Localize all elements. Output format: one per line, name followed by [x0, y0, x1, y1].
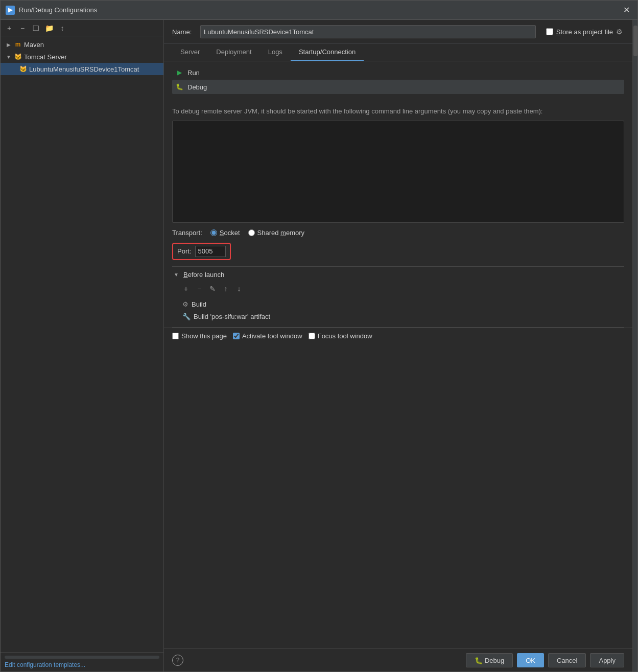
activate-tool-window-area: Activate tool window: [233, 332, 302, 340]
show-page-label: Show this page: [181, 332, 227, 340]
add-configuration-button[interactable]: +: [4, 22, 15, 34]
startup-list: ▶ Run 🐛 Debug: [164, 61, 632, 98]
before-launch-down-button[interactable]: ↓: [233, 283, 245, 294]
store-project-label[interactable]: Store as project file: [556, 28, 613, 36]
store-project-checkbox[interactable]: [546, 28, 553, 35]
bottom-bar: Show this page Activate tool window Focu…: [164, 328, 632, 344]
port-input[interactable]: [195, 246, 226, 257]
port-section: Port:: [164, 241, 632, 266]
remove-configuration-button[interactable]: −: [17, 22, 28, 34]
show-page-area: Show this page: [172, 332, 227, 340]
sidebar-scrollbar[interactable]: [5, 656, 159, 659]
before-launch-edit-button[interactable]: ✎: [207, 283, 218, 294]
port-label: Port:: [177, 247, 191, 255]
sidebar-item-maven[interactable]: ▶ m Maven: [1, 38, 163, 51]
config-item-label: LubuntuMenusifuSRSDevice1Tomcat: [29, 65, 139, 73]
maven-label: Maven: [24, 41, 44, 49]
debug-icon: 🐛: [174, 82, 184, 92]
name-row: Name: Store as project file ⚙: [164, 20, 632, 44]
socket-label: Socket: [220, 229, 240, 237]
name-input[interactable]: [200, 25, 536, 38]
debug-button[interactable]: 🐛 Debug: [466, 653, 513, 667]
dialog-footer: ? 🐛 Debug OK Cancel Apply: [164, 648, 632, 671]
right-scrollbar[interactable]: [632, 20, 637, 671]
before-launch-remove-button[interactable]: −: [194, 283, 205, 294]
tab-content-startup: ▶ Run 🐛 Debug To debug remote server JVM…: [164, 61, 632, 648]
before-launch-collapse-icon[interactable]: ▼: [172, 271, 180, 279]
shared-memory-label: Shared memory: [257, 229, 305, 237]
copy-configuration-button[interactable]: ❑: [30, 22, 41, 34]
before-launch-toolbar: + − ✎ ↑ ↓: [172, 283, 624, 294]
close-button[interactable]: ✕: [620, 4, 632, 16]
before-launch-header: ▼ Before launch: [172, 271, 624, 279]
before-launch-up-button[interactable]: ↑: [220, 283, 231, 294]
activate-label: Activate tool window: [242, 332, 302, 340]
tab-deployment[interactable]: Deployment: [208, 44, 259, 61]
artifact-icon: 🔧: [182, 313, 191, 320]
build-label: Build: [192, 300, 206, 308]
run-icon: ▶: [174, 67, 184, 78]
tomcat-expand-arrow: ▼: [5, 53, 13, 61]
tomcat-server-label: Tomcat Server: [24, 53, 67, 61]
dialog-title: Run/Debug Configurations: [19, 6, 620, 14]
before-launch-title[interactable]: Before launch: [183, 271, 224, 279]
show-page-checkbox[interactable]: [172, 333, 179, 339]
before-launch-add-button[interactable]: +: [180, 283, 192, 294]
sidebar-item-tomcat-server[interactable]: ▼ 🐱 Tomcat Server: [1, 51, 163, 63]
transport-label: Transport:: [172, 229, 202, 237]
maven-expand-arrow: ▶: [5, 40, 13, 49]
tab-server[interactable]: Server: [172, 44, 208, 61]
description-text: To debug remote server JVM, it should be…: [164, 98, 632, 121]
debug-icon: 🐛: [475, 657, 483, 664]
name-label: Name:: [172, 28, 195, 36]
config-icon: 🐱: [19, 65, 27, 73]
edit-templates-link[interactable]: Edit configuration templates...: [5, 661, 85, 668]
right-main: Name: Store as project file ⚙ Server Dep…: [164, 20, 632, 671]
store-info-icon[interactable]: ⚙: [616, 28, 624, 36]
tab-logs[interactable]: Logs: [260, 44, 291, 61]
sidebar-footer: Edit configuration templates...: [1, 652, 163, 671]
app-icon: ▶: [6, 6, 15, 15]
before-launch-item-build[interactable]: ⚙ Build: [172, 298, 624, 311]
cancel-button[interactable]: Cancel: [548, 653, 586, 667]
right-panel-wrapper: Name: Store as project file ⚙ Server Dep…: [164, 20, 637, 671]
sidebar-toolbar: + − ❑ 📁 ↕: [1, 20, 163, 36]
maven-icon: m: [14, 40, 22, 49]
activate-tool-window-checkbox[interactable]: [233, 333, 240, 339]
build-icon: ⚙: [182, 300, 188, 308]
shared-memory-radio-option[interactable]: Shared memory: [248, 229, 305, 237]
debug-label: Debug: [187, 83, 207, 91]
move-to-group-button[interactable]: 📁: [43, 22, 55, 34]
before-launch-item-artifact[interactable]: 🔧 Build 'pos-sifu:war' artifact: [172, 311, 624, 323]
sort-configurations-button[interactable]: ↕: [57, 22, 68, 34]
apply-button[interactable]: Apply: [590, 653, 624, 667]
sidebar-item-lubuntu-config[interactable]: 🐱 LubuntuMenusifuSRSDevice1Tomcat: [1, 63, 163, 75]
run-label: Run: [187, 69, 200, 77]
footer-right: 🐛 Debug OK Cancel Apply: [466, 653, 624, 667]
shared-memory-radio[interactable]: [248, 229, 255, 236]
socket-radio[interactable]: [210, 229, 217, 236]
tabs-bar: Server Deployment Logs Startup/Connectio…: [164, 44, 632, 61]
main-content: + − ❑ 📁 ↕ ▶ m Maven ▼ 🐱 Tomcat Server: [1, 20, 637, 671]
configurations-tree: ▶ m Maven ▼ 🐱 Tomcat Server 🐱 LubuntuMen…: [1, 36, 163, 652]
before-launch-section: ▼ Before launch + − ✎ ↑ ↓: [164, 267, 632, 327]
tomcat-icon: 🐱: [14, 53, 22, 61]
tab-startup-connection[interactable]: Startup/Connection: [291, 44, 364, 61]
command-text-area[interactable]: [172, 121, 624, 223]
focus-tool-window-checkbox[interactable]: [309, 333, 315, 339]
sidebar: + − ❑ 📁 ↕ ▶ m Maven ▼ 🐱 Tomcat Server: [1, 20, 164, 671]
title-bar: ▶ Run/Debug Configurations ✕: [1, 1, 637, 20]
port-box: Port:: [172, 243, 231, 260]
help-button[interactable]: ?: [172, 655, 183, 666]
store-project-area: Store as project file ⚙: [546, 28, 624, 36]
startup-debug-item[interactable]: 🐛 Debug: [172, 80, 624, 94]
run-debug-dialog: ▶ Run/Debug Configurations ✕ + − ❑ 📁 ↕ ▶…: [0, 0, 638, 672]
focus-tool-window-area: Focus tool window: [309, 332, 372, 340]
transport-section: Transport: Socket Shared memory: [164, 223, 632, 241]
footer-left: ?: [172, 655, 183, 666]
ok-button[interactable]: OK: [517, 653, 544, 667]
scrollbar-thumb[interactable]: [633, 26, 637, 56]
socket-radio-option[interactable]: Socket: [210, 229, 240, 237]
artifact-label: Build 'pos-sifu:war' artifact: [194, 313, 270, 320]
startup-run-item[interactable]: ▶ Run: [172, 65, 624, 80]
